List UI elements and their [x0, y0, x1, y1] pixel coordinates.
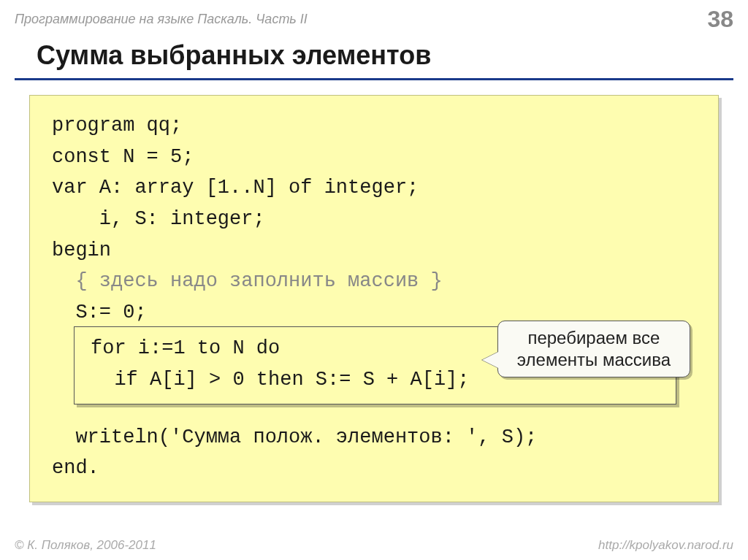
slide-footer: © К. Поляков, 2006-2011 http://kpolyakov… — [0, 538, 748, 553]
copyright-text: © К. Поляков, 2006-2011 — [15, 538, 156, 553]
page-number: 38 — [707, 6, 733, 33]
code-line: begin — [52, 235, 696, 266]
callout-pointer-icon — [482, 352, 498, 368]
code-line: end. — [52, 453, 696, 484]
code-line: i, S: integer; — [52, 204, 696, 235]
callout-text-line: перебираем все — [517, 327, 671, 349]
code-line: writeln('Сумма полож. элементов: ', S); — [52, 422, 696, 453]
slide-title: Сумма выбранных элементов — [15, 36, 733, 80]
slide-header: Программирование на языке Паскаль. Часть… — [0, 0, 748, 36]
callout-annotation: перебираем все элементы массива — [497, 321, 690, 377]
footer-url: http://kpolyakov.narod.ru — [598, 538, 733, 553]
code-comment: { здесь надо заполнить массив } — [52, 266, 696, 297]
code-line: var A: array [1..N] of integer; — [52, 172, 696, 204]
code-line: const N = 5; — [52, 142, 696, 173]
callout-text-line: элементы массива — [517, 349, 671, 371]
breadcrumb: Программирование на языке Паскаль. Часть… — [15, 12, 308, 27]
code-line: program qq; — [52, 110, 696, 142]
code-block: program qq; const N = 5; var A: array [1… — [29, 95, 719, 502]
